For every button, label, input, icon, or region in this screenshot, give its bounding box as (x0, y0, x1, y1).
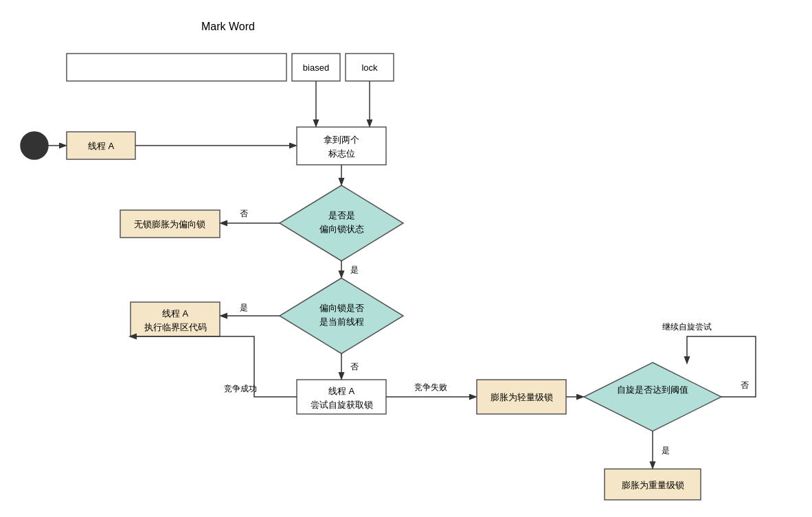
svg-text:继续自旋尝试: 继续自旋尝试 (662, 322, 712, 332)
svg-text:是当前线程: 是当前线程 (319, 317, 364, 327)
svg-marker-27 (584, 363, 721, 431)
svg-marker-11 (280, 185, 403, 261)
svg-text:线程 A: 线程 A (88, 141, 115, 151)
svg-text:尝试自旋获取锁: 尝试自旋获取锁 (311, 400, 373, 410)
svg-text:自旋是否达到阈值: 自旋是否达到阈值 (617, 384, 688, 395)
svg-text:标志位: 标志位 (328, 148, 355, 159)
svg-text:线程 A: 线程 A (328, 386, 355, 396)
svg-text:无锁膨胀为偏向锁: 无锁膨胀为偏向锁 (134, 219, 205, 229)
svg-point-5 (21, 132, 48, 159)
svg-text:否: 否 (240, 209, 248, 218)
svg-text:lock: lock (361, 62, 378, 73)
svg-text:是: 是 (350, 265, 359, 275)
svg-text:竞争成功: 竞争成功 (224, 384, 257, 393)
svg-text:线程 A: 线程 A (162, 308, 189, 319)
svg-text:执行临界区代码: 执行临界区代码 (144, 322, 207, 332)
svg-text:biased: biased (303, 62, 329, 73)
svg-text:膨胀为重量级锁: 膨胀为重量级锁 (622, 480, 684, 490)
svg-text:偏向锁状态: 偏向锁状态 (319, 224, 364, 234)
svg-text:偏向锁是否: 偏向锁是否 (319, 303, 364, 313)
svg-text:拿到两个: 拿到两个 (324, 135, 359, 145)
svg-marker-16 (280, 278, 403, 354)
svg-text:竞争失败: 竞争失败 (414, 382, 447, 392)
svg-text:是: 是 (240, 303, 248, 312)
svg-text:否: 否 (741, 380, 749, 390)
svg-rect-0 (67, 54, 286, 81)
diagram-container: Mark Word biased lock 线程 A 拿到两个 标志位 是否是 … (0, 0, 812, 517)
svg-text:否: 否 (350, 362, 359, 371)
svg-text:膨胀为轻量级锁: 膨胀为轻量级锁 (490, 392, 553, 402)
svg-text:是否是: 是否是 (328, 210, 355, 220)
svg-rect-8 (297, 127, 386, 165)
flowchart-svg: biased lock 线程 A 拿到两个 标志位 是否是 偏向锁状态 无锁膨胀… (0, 0, 812, 517)
svg-text:是: 是 (662, 446, 670, 455)
